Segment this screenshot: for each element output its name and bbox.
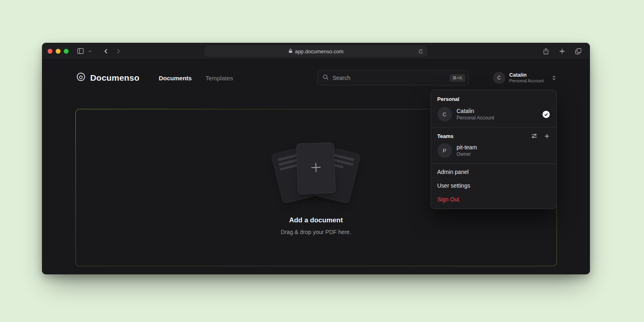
menu-account-text: Catalin Personal Account — [457, 108, 494, 121]
page-content: Documenso Documents Templates ⌘+ — [42, 60, 590, 274]
menu-section-teams: Teams — [433, 129, 554, 141]
browser-toolbar: app.documenso.com — [42, 43, 590, 60]
reload-icon[interactable] — [417, 48, 424, 55]
browser-window: app.documenso.com — [42, 43, 590, 274]
avatar: C — [437, 107, 452, 121]
sidebar-toggle-icon[interactable] — [74, 46, 86, 56]
search-icon — [322, 74, 329, 82]
add-plus-icon — [309, 160, 323, 176]
menu-item-admin-panel[interactable]: Admin panel — [433, 165, 554, 179]
manage-teams-icon[interactable] — [531, 133, 537, 139]
minimize-window-button[interactable] — [56, 49, 61, 54]
window-controls — [48, 49, 69, 54]
tab-group-chevron-icon[interactable] — [86, 46, 94, 56]
teams-label: Teams — [437, 133, 454, 139]
menu-item-sign-out[interactable]: Sign Out — [433, 192, 554, 206]
account-name: Catalin — [509, 72, 544, 78]
nav-templates[interactable]: Templates — [205, 75, 233, 82]
avatar: C — [493, 72, 505, 84]
account-subtitle: Personal Account — [509, 78, 544, 84]
app-header: Documenso Documents Templates ⌘+ — [75, 60, 557, 86]
menu-divider — [431, 127, 556, 128]
search-input[interactable] — [332, 75, 446, 81]
brand-name: Documenso — [90, 73, 140, 83]
lock-icon — [289, 48, 293, 55]
toolbar-right-cluster — [540, 46, 584, 56]
menu-divider — [431, 163, 556, 164]
brand-logo[interactable]: Documenso — [75, 72, 140, 84]
dropzone-subtitle: Drag & drop your PDF here. — [281, 229, 351, 235]
create-team-plus-icon[interactable] — [544, 133, 550, 139]
zoom-window-button[interactable] — [64, 49, 69, 54]
menu-team-text: pit-team Owner — [457, 144, 477, 157]
menu-team-subtitle: Owner — [457, 151, 477, 157]
menu-item-team[interactable]: P pit-team Owner — [433, 141, 554, 162]
document-cards-illustration — [273, 140, 359, 204]
dropzone-title: Add a document — [289, 216, 343, 224]
account-chip-text: Catalin Personal Account — [509, 72, 544, 84]
menu-item-personal-account[interactable]: C Catalin Personal Account — [433, 105, 554, 126]
url-text: app.documenso.com — [295, 48, 344, 54]
search-box[interactable]: ⌘+K — [317, 70, 469, 86]
desktop-background: app.documenso.com — [0, 0, 644, 322]
chevron-up-down-icon — [551, 75, 557, 81]
new-tab-plus-icon[interactable] — [556, 46, 568, 56]
teams-actions — [531, 133, 550, 139]
nav-documents[interactable]: Documents — [159, 75, 192, 82]
back-button[interactable] — [100, 46, 112, 56]
forward-button[interactable] — [112, 46, 124, 56]
avatar: P — [437, 143, 452, 158]
tab-overview-icon[interactable] — [572, 46, 584, 56]
selected-check-icon — [542, 111, 550, 118]
menu-account-name: Catalin — [457, 108, 494, 114]
page-container: Documenso Documents Templates ⌘+ — [75, 60, 557, 274]
menu-team-name: pit-team — [457, 144, 477, 151]
document-card-front — [296, 142, 336, 194]
search-shortcut-badge: ⌘+K — [450, 74, 465, 82]
documenso-seal-icon — [75, 72, 86, 84]
address-bar[interactable]: app.documenso.com — [205, 46, 427, 57]
close-window-button[interactable] — [48, 49, 52, 54]
menu-section-personal: Personal — [433, 92, 554, 105]
main-nav: Documents Templates — [159, 75, 233, 82]
menu-account-subtitle: Personal Account — [457, 115, 494, 121]
account-dropdown-menu: Personal C Catalin Personal Account — [431, 90, 557, 209]
menu-item-user-settings[interactable]: User settings — [433, 179, 554, 192]
share-icon[interactable] — [540, 46, 552, 56]
account-menu-trigger[interactable]: C Catalin Personal Account — [493, 72, 557, 84]
